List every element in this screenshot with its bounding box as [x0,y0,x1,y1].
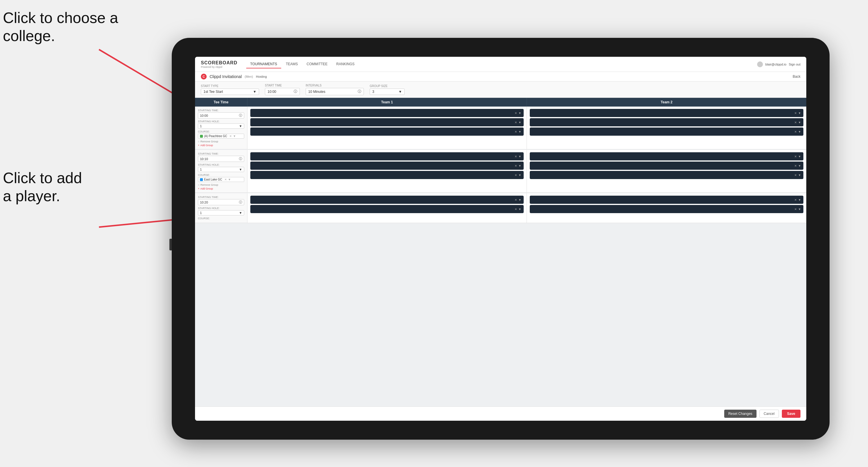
start-time-label: Start Time [265,84,300,87]
course-label-1: COURSE: [198,130,244,133]
save-button[interactable]: Save [782,410,801,418]
start-type-label: Start Type [201,85,259,88]
starting-time-value-3[interactable]: 10:20ⓘ [198,199,244,205]
logo-area: SCOREBOARD Powered by clippd [201,60,238,68]
intervals-select[interactable]: 10 Minutes ⓘ [306,88,364,95]
nav-links: TOURNAMENTS TEAMS COMMITTEE RANKINGS [246,60,757,68]
starting-time-value-2[interactable]: 10:10ⓘ [198,156,244,162]
nav-tournaments[interactable]: TOURNAMENTS [246,60,281,68]
player-slot-6-1[interactable]: ✕▼ [530,196,803,204]
nav-user: blair@clippd.io Sign out [757,61,801,67]
footer-bar: Reset Changes Cancel Save [195,406,806,421]
th-team1: Team 1 [247,98,527,106]
starting-hole-value-3[interactable]: 1▼ [198,210,244,215]
logo-title: SCOREBOARD [201,60,238,65]
starting-hole-label-1: STARTING HOLE: [198,120,244,123]
clippd-icon: C [201,74,207,80]
th-team2: Team 2 [527,98,806,106]
start-type-select[interactable]: 1st Tee Start ▼ [201,89,259,95]
player-slot-2-1[interactable]: ✕▼ [530,109,803,117]
team2-group-3: ✕▼ ✕▼ [527,193,806,223]
intervals-label: Intervals [306,84,364,87]
player-slot-4-2[interactable]: ✕▼ [530,162,803,170]
group-row-3: STARTING TIME: 10:20ⓘ STARTING HOLE: 1▼ … [195,193,806,223]
sign-out-link[interactable]: Sign out [789,63,801,66]
starting-hole-label-3: STARTING HOLE: [198,207,244,210]
sub-header: C Clippd Invitational (Men) Hosting Back [195,72,806,82]
tournament-title: Clippd Invitational [210,74,242,79]
player-slot-5-1[interactable]: ✕▼ [250,196,524,204]
starting-time-label-3: STARTING TIME: [198,196,244,198]
group-left-3: STARTING TIME: 10:20ⓘ STARTING HOLE: 1▼ … [195,193,247,223]
logo-sub: Powered by clippd [201,65,238,68]
tablet-frame: SCOREBOARD Powered by clippd TOURNAMENTS… [172,38,830,440]
course-tag-2[interactable]: East Lake GC ✕ ▼ [198,177,244,182]
starting-time-label-2: STARTING TIME: [198,152,244,155]
course-tag-1[interactable]: (A) Peachtree GC ✕ ▼ [198,134,244,138]
player-slot-5-2[interactable]: ✕▼ [250,205,524,213]
user-avatar [757,61,763,67]
group-row-1: STARTING TIME: 10:00ⓘ STARTING HOLE: 1▼ … [195,106,806,149]
player-slot-2-3[interactable]: ✕▼ [530,127,803,136]
tournament-gender: (Men) [245,75,253,78]
main-content: Tee Time Team 1 Team 2 STARTING TIME: 10… [195,98,806,406]
settings-bar: Start Type 1st Tee Start ▼ Start Time 10… [195,82,806,98]
group-size-select[interactable]: 3 ▼ [370,89,405,95]
scroll-content[interactable]: STARTING TIME: 10:00ⓘ STARTING HOLE: 1▼ … [195,106,806,406]
reset-changes-button[interactable]: Reset Changes [724,410,756,418]
starting-hole-value-2[interactable]: 1▼ [198,167,244,172]
group-left-2: STARTING TIME: 10:10ⓘ STARTING HOLE: 1▼ … [195,150,247,192]
player-slot-1-2[interactable]: ✕▼ [250,118,524,126]
team2-group-2: ✕▼ ✕▼ ✕▼ [527,150,806,192]
back-button[interactable]: Back [793,74,801,79]
th-tee-time: Tee Time [195,98,247,106]
team1-group-3: ✕▼ ✕▼ [247,193,527,223]
nav-bar: SCOREBOARD Powered by clippd TOURNAMENTS… [195,57,806,72]
group-left-1: STARTING TIME: 10:00ⓘ STARTING HOLE: 1▼ … [195,106,247,149]
add-group-1[interactable]: + Add Group [198,144,244,147]
starting-hole-label-2: STARTING HOLE: [198,163,244,166]
group-size-group: Group Size 3 ▼ [370,85,405,95]
group-row-2: STARTING TIME: 10:10ⓘ STARTING HOLE: 1▼ … [195,150,806,193]
remove-group-1[interactable]: ○ Remove Group [198,140,244,143]
starting-time-value-1[interactable]: 10:00ⓘ [198,113,244,119]
annotation-add-player: Click to add a player. [3,169,82,205]
team1-group-2: ✕▼ ✕▼ ✕▼ [247,150,527,192]
player-slot-1-3[interactable]: ✕▼ [250,127,524,136]
player-slot-2-2[interactable]: ✕▼ [530,118,803,126]
player-slot-4-3[interactable]: ✕▼ [530,171,803,179]
nav-teams[interactable]: TEAMS [282,60,302,68]
player-slot-3-3[interactable]: ✕▼ [250,171,524,179]
annotation-choose-college: Click to choose a college. [3,9,118,45]
intervals-group: Intervals 10 Minutes ⓘ [306,84,364,95]
cancel-button[interactable]: Cancel [760,410,779,418]
starting-time-label-1: STARTING TIME: [198,109,244,112]
start-type-group: Start Type 1st Tee Start ▼ [201,85,259,95]
tablet-side-button [169,239,172,250]
player-slot-3-2[interactable]: ✕▼ [250,162,524,170]
course-label-3: COURSE: [198,217,244,220]
tablet-screen: SCOREBOARD Powered by clippd TOURNAMENTS… [195,57,806,421]
player-slot-1-1[interactable]: ✕▼ [250,109,524,117]
course-label-2: COURSE: [198,174,244,177]
hosting-label: Hosting [256,75,267,78]
table-header: Tee Time Team 1 Team 2 [195,98,806,106]
nav-rankings[interactable]: RANKINGS [332,60,359,68]
group-size-label: Group Size [370,85,405,88]
add-group-2[interactable]: + Add Group [198,187,244,190]
team1-group-1: ✕▼ ✕▼ ✕▼ [247,106,527,149]
player-slot-4-1[interactable]: ✕▼ [530,152,803,160]
team2-group-1: ✕▼ ✕▼ ✕▼ [527,106,806,149]
starting-hole-value-1[interactable]: 1▼ [198,123,244,129]
remove-group-2[interactable]: ○ Remove Group [198,183,244,186]
player-slot-3-1[interactable]: ✕▼ [250,152,524,160]
nav-committee[interactable]: COMMITTEE [303,60,332,68]
start-time-select[interactable]: 10:00 ⓘ [265,88,300,95]
user-email: blair@clippd.io [765,63,786,66]
player-slot-6-2[interactable]: ✕▼ [530,205,803,213]
start-time-group: Start Time 10:00 ⓘ [265,84,300,95]
